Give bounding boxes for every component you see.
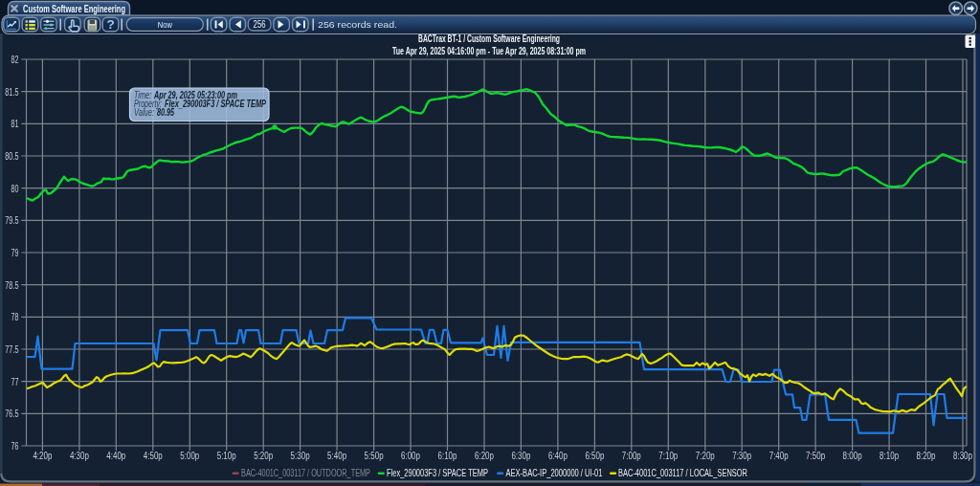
svg-text:AEX-BAC-IP_2000000 / UI-01: AEX-BAC-IP_2000000 / UI-01: [506, 467, 603, 478]
svg-text:77: 77: [11, 376, 19, 387]
svg-text:256 records read.: 256 records read.: [318, 19, 397, 30]
svg-text:4:50p: 4:50p: [144, 451, 163, 461]
svg-text:BAC-4001C_003117 / OUTDOOR_TEM: BAC-4001C_003117 / OUTDOOR_TEMP: [241, 467, 370, 478]
svg-text:6:50p: 6:50p: [585, 451, 604, 461]
svg-text:6:20p: 6:20p: [475, 451, 494, 461]
svg-text:6:10p: 6:10p: [438, 451, 457, 461]
svg-text:76.5: 76.5: [5, 408, 18, 419]
svg-text:5:20p: 5:20p: [254, 451, 273, 461]
svg-text:7:20p: 7:20p: [696, 451, 715, 461]
svg-text:80: 80: [11, 183, 19, 194]
svg-text:7:30p: 7:30p: [732, 451, 751, 461]
svg-text:4:20p: 4:20p: [33, 451, 52, 461]
svg-text:BACTrax BT-1 / Custom Software: BACTrax BT-1 / Custom Software Engineeri…: [418, 33, 560, 44]
svg-text:6:30p: 6:30p: [511, 451, 530, 461]
svg-text:76: 76: [11, 440, 19, 452]
svg-text:5:10p: 5:10p: [217, 451, 236, 461]
svg-text:Tue Apr 29, 2025 04:16:00 pm -: Tue Apr 29, 2025 04:16:00 pm - Tue Apr 2…: [392, 45, 586, 56]
svg-text:Value:: Value:: [134, 106, 154, 118]
svg-text:8:20p: 8:20p: [917, 451, 936, 461]
svg-text:Flex_290003F3 / SPACE TEMP: Flex_290003F3 / SPACE TEMP: [387, 467, 488, 478]
svg-text:5:30p: 5:30p: [291, 451, 310, 461]
svg-text:4:40p: 4:40p: [106, 451, 125, 461]
svg-text:5:40p: 5:40p: [327, 451, 346, 461]
svg-text:80.95: 80.95: [157, 106, 174, 118]
svg-text:7:50p: 7:50p: [806, 451, 825, 461]
svg-text:79: 79: [11, 247, 19, 258]
svg-text:7:00p: 7:00p: [622, 451, 641, 461]
svg-text:78: 78: [11, 311, 19, 322]
svg-text:Flex_290003F3 / SPACE TEMP: Flex_290003F3 / SPACE TEMP: [165, 98, 267, 109]
svg-text:78.5: 78.5: [5, 279, 18, 291]
svg-text:5:00p: 5:00p: [180, 451, 199, 461]
svg-text:7:40p: 7:40p: [769, 451, 789, 461]
svg-text:81: 81: [11, 118, 19, 129]
svg-text:8:30p: 8:30p: [953, 451, 972, 461]
svg-text:5:50p: 5:50p: [365, 451, 384, 461]
svg-text:81.5: 81.5: [5, 86, 18, 98]
svg-text:BAC-4001C_003117 / LOCAL_SENSO: BAC-4001C_003117 / LOCAL_SENSOR: [618, 467, 747, 478]
svg-text:?: ?: [106, 17, 114, 32]
svg-text:6:40p: 6:40p: [548, 451, 568, 461]
svg-text:7:10p: 7:10p: [658, 451, 678, 461]
svg-text:4:30p: 4:30p: [70, 451, 89, 461]
svg-text:79.5: 79.5: [5, 214, 18, 226]
svg-text:Custom Software Engineering: Custom Software Engineering: [23, 3, 125, 14]
svg-text:77.5: 77.5: [5, 343, 18, 355]
svg-text:82: 82: [11, 54, 19, 65]
svg-text:80.5: 80.5: [5, 150, 18, 162]
svg-text:Now: Now: [158, 19, 173, 30]
svg-text:256: 256: [254, 19, 266, 30]
svg-text:6:00p: 6:00p: [401, 451, 420, 461]
svg-text:8:10p: 8:10p: [880, 451, 899, 461]
svg-text:8:00p: 8:00p: [843, 451, 862, 461]
